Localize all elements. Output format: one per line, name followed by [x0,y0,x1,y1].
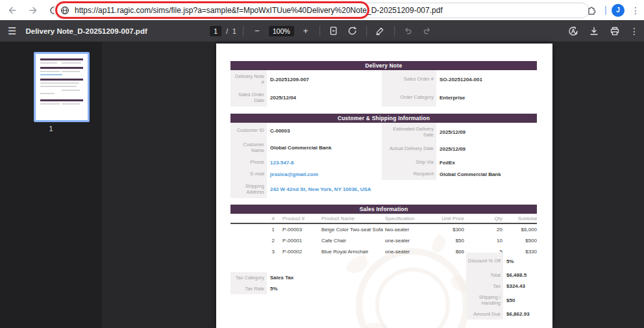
cell: $66 [437,249,464,255]
cell: Beige Color Two-seat Sofa [315,227,385,233]
pdf-more-icon[interactable]: ⋮ [628,26,640,36]
field-value: 2025/12/04 [269,88,296,107]
field-row: Actual Delivery Date 2025/12/09 [382,141,537,157]
add-text-annotation-icon[interactable] [566,24,580,38]
field-value: Sales Tax [269,272,293,283]
download-icon[interactable] [587,24,601,38]
page-number-input[interactable]: 1 [210,26,221,36]
print-icon[interactable] [608,24,622,38]
field-row: Tax Rate 5% [230,283,380,294]
field-value: SO-20251204-001 [438,70,482,88]
cell: 10 [464,238,502,244]
field-label: Phone [230,157,267,168]
zoom-in-button[interactable]: + [299,24,313,38]
browser-window: https://ap11.ragic.com/sims/file.jsp?a=s… [0,0,644,328]
browser-menu-icon[interactable]: ⋮ [630,5,641,16]
field-value: $6,862.93 [503,309,530,320]
field-label: Total [466,270,503,281]
totals-block: Discount % Off 5% Total $6,488.5 Tax $32… [466,253,537,320]
address-bar[interactable]: https://ap11.ragic.com/sims/file.jsp?a=s… [53,3,589,18]
pdf-content-area: 1 Delivery Note Delivery Note # D-202512… [0,42,644,328]
field-row: Tax Category Sales Tax [230,272,380,283]
col-header: Specification [385,216,437,221]
field-label: Customer ID [230,123,267,138]
section-title-delivery-note: Delivery Note [230,61,537,70]
cell: 20 [464,227,502,233]
cell: 3 [230,249,276,255]
toolbar-divider [605,6,606,15]
fit-page-icon[interactable] [327,24,341,38]
pdf-toolbar: ☰ Delivery Note_D-20251209-007.pdf 1 / 1… [0,20,644,42]
field-row: Delivery Note # D-20251209-007 [230,70,380,88]
zoom-level[interactable]: 100% [269,26,294,36]
email-link[interactable]: jessica@gmail.com [269,168,318,180]
info-fields-right: Sales Order # SO-20251204-001 Order Cate… [382,70,537,107]
field-row: Ship Via FedEx [382,157,537,168]
rotate-icon[interactable] [345,24,360,38]
pdf-menu-icon[interactable]: ☰ [8,25,16,37]
field-row: Shipping / Handling $50 [466,292,537,309]
col-header: Product # [276,216,315,221]
cell: $500 [502,238,537,244]
cell: one-seater [385,238,437,244]
field-value: Global Commercial Bank [438,168,501,180]
field-label: Sales Order # [382,70,436,88]
section-title-customer: Customer & Shipping Information [230,114,537,123]
field-row: Sales Order # SO-20251204-001 [382,70,537,88]
zoom-out-button[interactable]: − [250,24,264,38]
forward-icon[interactable] [25,2,42,19]
extensions-icon[interactable] [583,2,600,19]
field-label: Actual Delivery Date [382,141,436,157]
field-label: Ship Via [382,157,436,168]
field-label: Shipping / Handling [466,292,503,309]
profile-avatar[interactable]: J [612,4,625,17]
url-text: https://ap11.ragic.com/sims/file.jsp?a=s… [75,6,443,15]
cell: $6,000 [502,227,537,233]
annotate-pen-icon[interactable] [373,24,388,38]
field-value: Enterprise [438,88,465,107]
cell: Blue Royal Armchair [315,249,385,255]
field-row: Phone 123-547-8 [230,157,380,168]
thumbnail-preview [40,58,83,60]
undo-icon[interactable] [401,24,415,38]
field-row: Amount Due $6,862.93 [466,309,537,320]
cell: $300 [437,227,464,233]
field-label: E-mail [230,168,267,180]
phone-link[interactable]: 123-547-8 [269,157,293,168]
field-row: Total $6,488.5 [466,270,537,281]
tax-block: Tax Category Sales Tax Tax Rate 5% [230,272,380,294]
col-header: Product Name [315,216,385,221]
field-row: Discount % Off 5% [466,253,537,270]
field-label: Estimated Delivery Date [382,123,436,141]
field-label: Order Category [382,88,436,107]
page-thumbnail[interactable] [34,52,90,122]
field-label: Sales Order Date [230,88,267,107]
field-value: $324.43 [503,281,525,292]
field-value: D-20251209-007 [269,70,309,88]
address-link[interactable]: 242 W 42nd St, New York, NY 10036, USA [269,180,371,198]
field-value: FedEx [438,157,455,168]
field-label: Delivery Note # [230,70,267,88]
cell: $50 [437,238,464,244]
back-icon[interactable] [4,2,21,19]
section-title-sales: Sales Information [230,205,537,214]
field-value: 5% [269,283,278,294]
redo-icon[interactable] [420,24,434,38]
pdf-viewport[interactable]: Delivery Note Delivery Note # D-20251209… [102,42,644,328]
col-header: Qty [464,216,502,221]
field-value: $6,488.5 [503,270,526,281]
field-row: Sales Order Date 2025/12/04 [230,88,380,107]
pdf-filename: Delivery Note_D-20251209-007.pdf [25,27,147,35]
col-header: Subtotal [502,216,537,221]
toolbar-separator [319,26,320,36]
field-label: Tax Rate [230,283,267,294]
field-label: Shipping Address [230,180,267,198]
field-label: Recipient [382,168,436,180]
thumbnail-page-number: 1 [0,125,102,132]
cell: P-00002 [276,249,315,255]
field-row: Tax $324.43 [466,281,537,292]
field-value: 5% [503,253,514,270]
field-label: Customer Name [230,138,267,157]
cell: two-seater [385,227,437,233]
field-row: Customer Name Global Commercial Bank [230,138,380,157]
